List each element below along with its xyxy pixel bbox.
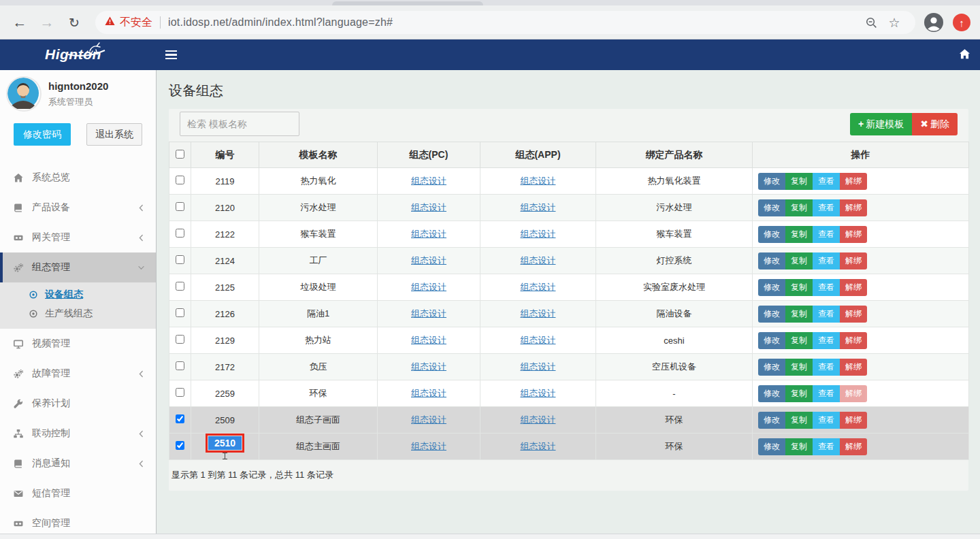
modify-button[interactable]: 修改 <box>758 359 785 376</box>
copy-button[interactable]: 复制 <box>785 173 813 190</box>
submenu-item-1[interactable]: 生产线组态 <box>0 304 156 323</box>
create-template-button[interactable]: +新建模板 <box>850 113 912 135</box>
url-text[interactable]: iot.idosp.net/admin/index.html?language=… <box>168 16 860 29</box>
browser-profile-icon[interactable] <box>924 13 943 32</box>
unbind-button[interactable]: 解绑 <box>840 306 867 323</box>
row-checkbox[interactable] <box>176 255 184 264</box>
edited-id-cell[interactable]: 2510 <box>206 434 244 459</box>
config-pc-link[interactable]: 组态设计 <box>411 335 446 345</box>
copy-button[interactable]: 复制 <box>785 199 813 216</box>
config-app-link[interactable]: 组态设计 <box>521 414 556 425</box>
config-app-link[interactable]: 组态设计 <box>521 255 556 265</box>
unbind-button[interactable]: 解绑 <box>840 438 867 455</box>
unbind-button[interactable]: 解绑 <box>840 412 867 429</box>
config-pc-link[interactable]: 组态设计 <box>411 229 446 239</box>
unbind-button[interactable]: 解绑 <box>840 226 867 243</box>
view-button[interactable]: 查看 <box>813 279 840 296</box>
copy-button[interactable]: 复制 <box>785 306 813 323</box>
view-button[interactable]: 查看 <box>813 412 840 429</box>
config-pc-link[interactable]: 组态设计 <box>411 308 446 318</box>
sidebar-item-4[interactable]: 视频管理 <box>0 329 156 359</box>
bookmark-star-icon[interactable]: ☆ <box>883 11 906 34</box>
unbind-button[interactable]: 解绑 <box>840 359 867 376</box>
modify-button[interactable]: 修改 <box>758 252 785 270</box>
sidebar-item-6[interactable]: 保养计划 <box>0 389 156 419</box>
unbind-button[interactable]: 解绑 <box>840 385 867 402</box>
row-checkbox[interactable] <box>176 361 184 370</box>
config-app-link[interactable]: 组态设计 <box>521 202 556 212</box>
selected-text[interactable]: 2510 <box>208 436 242 450</box>
menu-toggle-icon[interactable] <box>165 48 180 62</box>
view-button[interactable]: 查看 <box>813 306 840 323</box>
config-pc-link[interactable]: 组态设计 <box>411 255 446 265</box>
config-app-link[interactable]: 组态设计 <box>521 335 556 345</box>
modify-button[interactable]: 修改 <box>758 279 785 296</box>
view-button[interactable]: 查看 <box>813 438 840 455</box>
copy-button[interactable]: 复制 <box>785 252 813 270</box>
zoom-out-icon[interactable] <box>860 11 883 34</box>
sidebar-item-1[interactable]: 产品设备 <box>0 193 156 223</box>
home-icon[interactable] <box>959 48 970 63</box>
row-checkbox[interactable] <box>176 335 184 344</box>
config-pc-link[interactable]: 组态设计 <box>411 414 446 425</box>
row-checkbox[interactable] <box>176 202 184 211</box>
view-button[interactable]: 查看 <box>813 359 840 376</box>
copy-button[interactable]: 复制 <box>785 359 813 376</box>
config-app-link[interactable]: 组态设计 <box>521 441 556 451</box>
unbind-button[interactable]: 解绑 <box>840 252 867 270</box>
config-app-link[interactable]: 组态设计 <box>521 176 556 186</box>
config-pc-link[interactable]: 组态设计 <box>411 388 446 398</box>
view-button[interactable]: 查看 <box>813 332 840 349</box>
unbind-button[interactable]: 解绑 <box>840 332 867 349</box>
modify-button[interactable]: 修改 <box>758 306 785 323</box>
sidebar-item-0[interactable]: 系统总览 <box>0 163 156 193</box>
view-button[interactable]: 查看 <box>813 199 840 216</box>
modify-button[interactable]: 修改 <box>758 332 785 349</box>
brand-logo[interactable]: Hignton <box>0 39 157 70</box>
row-checkbox[interactable] <box>176 176 184 184</box>
row-checkbox[interactable] <box>176 388 184 397</box>
logout-button[interactable]: 退出系统 <box>86 123 142 146</box>
view-button[interactable]: 查看 <box>813 173 840 190</box>
unbind-button[interactable]: 解绑 <box>840 199 867 216</box>
config-pc-link[interactable]: 组态设计 <box>411 361 446 372</box>
security-chip[interactable]: 不安全 <box>105 16 152 30</box>
modify-button[interactable]: 修改 <box>758 173 785 190</box>
view-button[interactable]: 查看 <box>813 252 840 270</box>
search-input[interactable] <box>180 112 299 136</box>
config-pc-link[interactable]: 组态设计 <box>411 441 446 451</box>
modify-button[interactable]: 修改 <box>758 199 785 216</box>
forward-button[interactable]: → <box>35 5 59 39</box>
modify-button[interactable]: 修改 <box>758 226 785 243</box>
row-checkbox[interactable] <box>176 229 184 238</box>
config-app-link[interactable]: 组态设计 <box>521 388 556 398</box>
select-all-checkbox[interactable] <box>176 150 184 159</box>
copy-button[interactable]: 复制 <box>785 412 813 429</box>
address-bar[interactable]: 不安全 iot.idosp.net/admin/index.html?langu… <box>95 11 915 34</box>
copy-button[interactable]: 复制 <box>785 226 813 243</box>
horizontal-scrollbar[interactable] <box>0 534 980 539</box>
copy-button[interactable]: 复制 <box>785 332 813 349</box>
view-button[interactable]: 查看 <box>813 226 840 243</box>
config-pc-link[interactable]: 组态设计 <box>411 202 446 212</box>
refresh-button[interactable]: ↻ <box>63 5 86 39</box>
config-app-link[interactable]: 组态设计 <box>521 229 556 239</box>
modify-button[interactable]: 修改 <box>758 412 785 429</box>
config-app-link[interactable]: 组态设计 <box>521 282 556 292</box>
row-checkbox[interactable] <box>176 441 184 450</box>
browser-update-icon[interactable]: ↑ <box>953 14 970 31</box>
view-button[interactable]: 查看 <box>813 385 840 402</box>
sidebar-item-3[interactable]: 组态管理 <box>0 252 156 282</box>
row-checkbox[interactable] <box>176 414 184 423</box>
unbind-button[interactable]: 解绑 <box>840 173 867 190</box>
copy-button[interactable]: 复制 <box>785 385 813 402</box>
row-checkbox[interactable] <box>176 308 184 317</box>
sidebar-item-9[interactable]: 短信管理 <box>0 478 156 508</box>
row-checkbox[interactable] <box>176 282 184 291</box>
copy-button[interactable]: 复制 <box>785 279 813 296</box>
sidebar-item-7[interactable]: 联动控制 <box>0 419 156 448</box>
sidebar-item-8[interactable]: 消息通知 <box>0 448 156 478</box>
delete-button[interactable]: ✖删除 <box>912 113 958 135</box>
config-pc-link[interactable]: 组态设计 <box>411 176 446 186</box>
config-app-link[interactable]: 组态设计 <box>521 361 556 372</box>
